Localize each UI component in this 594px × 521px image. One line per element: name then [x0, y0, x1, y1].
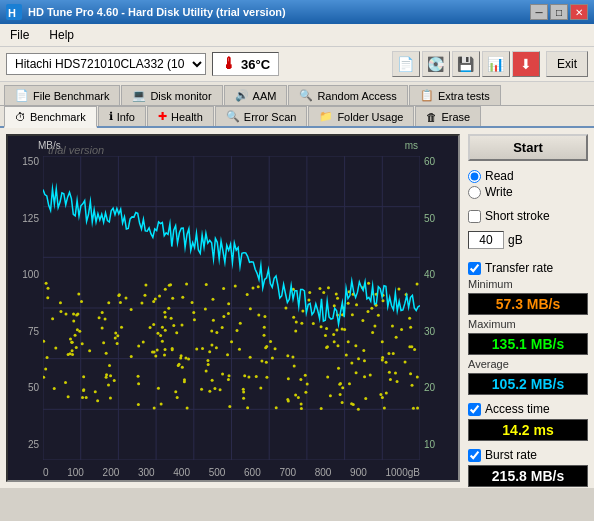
transfer-rate-checkbox[interactable] [468, 262, 481, 275]
read-radio-label[interactable]: Read [468, 169, 588, 183]
file-benchmark-icon: 📄 [15, 89, 29, 102]
disk-monitor-icon: 💻 [132, 89, 146, 102]
health-icon: ✚ [158, 110, 167, 123]
svg-text:H: H [8, 7, 16, 19]
x-tick-400: 400 [173, 467, 190, 478]
write-radio[interactable] [468, 186, 481, 199]
random-access-icon: 🔍 [299, 89, 313, 102]
tab-error-scan[interactable]: 🔍 Error Scan [215, 106, 308, 126]
y-axis-left: 150 125 100 75 50 25 [8, 156, 43, 450]
folder-usage-icon: 📁 [319, 110, 333, 123]
toolbar-btn-4[interactable]: 📊 [482, 51, 510, 77]
access-time-value: 14.2 ms [468, 419, 588, 441]
tabs-top: 📄 File Benchmark 💻 Disk monitor 🔊 AAM 🔍 … [0, 82, 594, 106]
tab-benchmark[interactable]: ⏱ Benchmark [4, 106, 97, 128]
tab-extra-tests[interactable]: 📋 Extra tests [409, 85, 501, 105]
menu-file[interactable]: File [6, 26, 33, 44]
spin-row: gB [468, 231, 588, 249]
app-icon: H [6, 4, 22, 20]
burst-rate-checkbox[interactable] [468, 449, 481, 462]
stats-section: Transfer rate Minimum 57.3 MB/s Maximum … [468, 257, 588, 488]
toolbar-btn-5[interactable]: ⬇ [512, 51, 540, 77]
x-tick-1000: 1000gB [385, 467, 419, 478]
info-icon: ℹ [109, 110, 113, 123]
toolbar: Hitachi HDS721010CLA332 (1000 gB) 🌡 36°C… [0, 47, 594, 82]
watermark: trial version [48, 144, 104, 156]
toolbar-btn-3[interactable]: 💾 [452, 51, 480, 77]
minimum-label: Minimum [468, 278, 588, 290]
benchmark-icon: ⏱ [15, 111, 26, 123]
x-tick-300: 300 [138, 467, 155, 478]
tab-random-access[interactable]: 🔍 Random Access [288, 85, 407, 105]
access-time-text: Access time [485, 402, 550, 416]
burst-rate-text: Burst rate [485, 448, 537, 462]
y-tick-r-50: 50 [424, 213, 435, 224]
tab-file-benchmark[interactable]: 📄 File Benchmark [4, 85, 120, 105]
benchmark-chart [43, 156, 420, 460]
aam-icon: 🔊 [235, 89, 249, 102]
average-value: 105.2 MB/s [468, 373, 588, 395]
y-tick-150: 150 [22, 156, 39, 167]
write-radio-label[interactable]: Write [468, 185, 588, 199]
close-button[interactable]: ✕ [570, 4, 588, 20]
y-tick-100: 100 [22, 269, 39, 280]
y-tick-r-10: 10 [424, 439, 435, 450]
x-tick-500: 500 [209, 467, 226, 478]
thermometer-icon: 🌡 [221, 55, 237, 73]
spin-input[interactable] [468, 231, 504, 249]
tab-aam[interactable]: 🔊 AAM [224, 85, 288, 105]
tab-health[interactable]: ✚ Health [147, 106, 214, 126]
x-tick-800: 800 [315, 467, 332, 478]
x-tick-700: 700 [279, 467, 296, 478]
main-content: MB/s ms trial version 150 125 100 75 50 … [0, 128, 594, 488]
transfer-rate-label[interactable]: Transfer rate [468, 261, 588, 275]
erase-icon: 🗑 [426, 111, 437, 123]
title-bar: H HD Tune Pro 4.60 - Hard Disk Utility (… [0, 0, 594, 24]
average-label: Average [468, 358, 588, 370]
burst-rate-value: 215.8 MB/s [468, 465, 588, 487]
access-time-label[interactable]: Access time [468, 402, 588, 416]
toolbar-btn-2[interactable]: 💽 [422, 51, 450, 77]
tab-disk-monitor[interactable]: 💻 Disk monitor [121, 85, 222, 105]
short-stroke-text: Short stroke [485, 209, 550, 223]
y-tick-r-60: 60 [424, 156, 435, 167]
y-tick-r-30: 30 [424, 326, 435, 337]
drive-select[interactable]: Hitachi HDS721010CLA332 (1000 gB) [6, 53, 206, 75]
write-label: Write [485, 185, 513, 199]
x-tick-600: 600 [244, 467, 261, 478]
menu-help[interactable]: Help [45, 26, 78, 44]
short-stroke-label[interactable]: Short stroke [468, 209, 588, 223]
spin-unit: gB [508, 233, 523, 247]
minimum-value: 57.3 MB/s [468, 293, 588, 315]
tabs-bottom: ⏱ Benchmark ℹ Info ✚ Health 🔍 Error Scan… [0, 106, 594, 128]
start-button[interactable]: Start [468, 134, 588, 161]
window-title: HD Tune Pro 4.60 - Hard Disk Utility (tr… [28, 6, 286, 18]
exit-button[interactable]: Exit [546, 51, 588, 77]
toolbar-btn-1[interactable]: 📄 [392, 51, 420, 77]
short-stroke-checkbox[interactable] [468, 210, 481, 223]
y-axis-right: 60 50 40 30 20 10 [420, 156, 458, 450]
x-axis: 0 100 200 300 400 500 600 700 800 900 10… [43, 465, 420, 478]
burst-rate-label[interactable]: Burst rate [468, 448, 588, 462]
y-tick-50: 50 [28, 382, 39, 393]
y-tick-125: 125 [22, 213, 39, 224]
tab-info[interactable]: ℹ Info [98, 106, 146, 126]
read-label: Read [485, 169, 514, 183]
y-tick-25: 25 [28, 439, 39, 450]
minimize-button[interactable]: ─ [530, 4, 548, 20]
read-write-group: Read Write [468, 169, 588, 199]
access-time-checkbox[interactable] [468, 403, 481, 416]
menu-bar: File Help [0, 24, 594, 47]
right-panel: Start Read Write Short stroke gB Transfe… [468, 134, 588, 482]
tab-erase[interactable]: 🗑 Erase [415, 106, 481, 126]
maximize-button[interactable]: □ [550, 4, 568, 20]
x-tick-0: 0 [43, 467, 49, 478]
y-tick-r-20: 20 [424, 382, 435, 393]
transfer-rate-text: Transfer rate [485, 261, 553, 275]
read-radio[interactable] [468, 170, 481, 183]
y-tick-75: 75 [28, 326, 39, 337]
temperature-value: 36°C [241, 57, 270, 72]
y-tick-r-40: 40 [424, 269, 435, 280]
tab-folder-usage[interactable]: 📁 Folder Usage [308, 106, 414, 126]
error-scan-icon: 🔍 [226, 110, 240, 123]
